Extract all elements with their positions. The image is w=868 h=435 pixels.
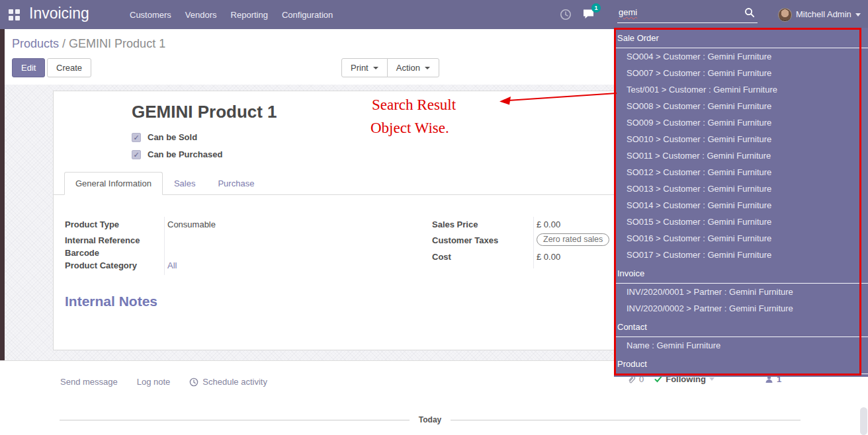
messages-chat-bubble-icon[interactable]: 1 bbox=[582, 8, 595, 22]
can-be-purchased-label: Can be Purchased bbox=[148, 149, 222, 159]
search-result-item[interactable]: SO015 > Customer : Gemini Furniture bbox=[614, 214, 868, 230]
global-search-input[interactable]: gemi bbox=[617, 5, 758, 23]
nav-menu-vendors[interactable]: Vendors bbox=[185, 10, 217, 20]
field-label-internal-reference: Internal Reference bbox=[65, 235, 140, 245]
field-label-sales-price: Sales Price bbox=[432, 219, 478, 229]
field-value-product-category-link[interactable]: All bbox=[167, 260, 177, 270]
field-value-customer-taxes: Zero rated sales bbox=[537, 233, 609, 246]
field-value-cost: £ 0.00 bbox=[537, 252, 560, 262]
search-result-item[interactable]: INV/2020/0001 > Partner : Gemini Furnitu… bbox=[614, 284, 868, 300]
action-label: Action bbox=[396, 63, 420, 73]
nav-menu-configuration[interactable]: Configuration bbox=[282, 10, 333, 20]
search-result-item[interactable]: SO017 > Customer : Gemini Furniture bbox=[614, 247, 868, 263]
field-label-product-type: Product Type bbox=[65, 219, 119, 229]
search-result-item[interactable]: SO011 > Customer : Gemini Furniture bbox=[614, 147, 868, 164]
divider-line bbox=[451, 420, 801, 420]
search-group-header: Product bbox=[614, 354, 868, 374]
field-label-barcode: Barcode bbox=[65, 248, 99, 258]
search-result-item[interactable]: SO009 > Customer : Gemini Furniture bbox=[614, 114, 868, 131]
divider-line bbox=[60, 420, 410, 420]
annotation-text-line1: Search Result bbox=[372, 97, 456, 114]
app-title[interactable]: Invoicing bbox=[29, 5, 89, 22]
can-be-purchased-row: ✓ Can be Purchased bbox=[132, 149, 222, 159]
internal-notes-heading: Internal Notes bbox=[65, 294, 157, 309]
field-value-product-type: Consumable bbox=[167, 219, 216, 229]
search-group-header: Sale Order bbox=[614, 28, 868, 48]
product-title: GEMINI Product 1 bbox=[132, 102, 277, 122]
chevron-down-icon bbox=[709, 377, 715, 381]
chatter-links: Send message Log note Schedule activity bbox=[60, 377, 267, 387]
annotation-text-line2: Object Wise. bbox=[370, 120, 449, 137]
action-button[interactable]: Action bbox=[387, 58, 439, 77]
search-group-product: Product Display Name : GEMINI Product 1 bbox=[614, 354, 868, 377]
nav-menu-customers[interactable]: Customers bbox=[130, 10, 171, 20]
search-result-item[interactable]: SO008 > Customer : Gemini Furniture bbox=[614, 98, 868, 114]
today-label: Today bbox=[419, 415, 441, 424]
print-button[interactable]: Print bbox=[341, 58, 388, 77]
search-result-item[interactable]: SO016 > Customer : Gemini Furniture bbox=[614, 230, 868, 247]
apps-grid-icon[interactable] bbox=[9, 9, 20, 20]
tab-purchase[interactable]: Purchase bbox=[206, 172, 265, 194]
breadcrumb-current: GEMINI Product 1 bbox=[69, 37, 165, 50]
user-avatar[interactable] bbox=[778, 8, 792, 22]
can-be-sold-row: ✓ Can be Sold bbox=[132, 132, 197, 142]
search-results-dropdown: Sale Order SO004 > Customer : Gemini Fur… bbox=[614, 28, 868, 377]
create-button[interactable]: Create bbox=[47, 58, 91, 77]
schedule-activity-link[interactable]: Schedule activity bbox=[189, 377, 267, 387]
search-result-item[interactable]: SO007 > Customer : Gemini Furniture bbox=[614, 65, 868, 81]
clock-icon bbox=[189, 377, 198, 387]
field-separator bbox=[164, 217, 165, 275]
breadcrumb-separator: / bbox=[62, 37, 65, 50]
field-label-customer-taxes: Customer Taxes bbox=[432, 235, 498, 245]
can-be-purchased-checkbox[interactable]: ✓ bbox=[132, 150, 141, 159]
nav-menu-reporting[interactable]: Reporting bbox=[231, 10, 268, 20]
customer-taxes-pill: Zero rated sales bbox=[537, 233, 609, 246]
today-divider: Today bbox=[60, 415, 801, 424]
schedule-activity-label: Schedule activity bbox=[202, 377, 267, 387]
breadcrumb-products-link[interactable]: Products bbox=[12, 37, 59, 50]
chevron-down-icon bbox=[425, 67, 430, 69]
magnifier-icon[interactable] bbox=[744, 7, 755, 20]
search-result-item[interactable]: SO014 > Customer : Gemini Furniture bbox=[614, 197, 868, 214]
search-group-invoice: Invoice INV/2020/0001 > Partner : Gemini… bbox=[614, 263, 868, 317]
search-result-item[interactable]: Display Name : GEMINI Product 1 bbox=[614, 374, 868, 377]
messages-badge: 1 bbox=[591, 3, 601, 13]
breadcrumb: Products / GEMINI Product 1 bbox=[12, 37, 165, 51]
field-separator bbox=[533, 217, 534, 268]
print-label: Print bbox=[351, 63, 369, 73]
print-action-group: Print Action bbox=[341, 58, 439, 77]
search-group-header: Contact bbox=[614, 317, 868, 337]
search-value: gemi bbox=[619, 7, 637, 17]
user-menu[interactable]: Mitchell Admin bbox=[796, 9, 851, 19]
field-value-sales-price: £ 0.00 bbox=[537, 219, 560, 229]
scrollbar-thumb[interactable] bbox=[860, 407, 867, 435]
send-message-link[interactable]: Send message bbox=[60, 377, 118, 387]
can-be-sold-checkbox[interactable]: ✓ bbox=[132, 133, 141, 142]
left-edge-strip bbox=[0, 29, 5, 360]
chevron-down-icon bbox=[373, 67, 378, 69]
edit-button[interactable]: Edit bbox=[12, 58, 45, 77]
search-group-header: Invoice bbox=[614, 263, 868, 284]
activities-clock-icon[interactable] bbox=[560, 9, 572, 23]
search-result-item[interactable]: Test/001 > Customer : Gemini Furniture bbox=[614, 81, 868, 98]
top-navbar: Invoicing Customers Vendors Reporting Co… bbox=[0, 0, 868, 29]
field-label-cost: Cost bbox=[432, 252, 451, 262]
search-group-sale-order: Sale Order SO004 > Customer : Gemini Fur… bbox=[614, 28, 868, 263]
search-result-item[interactable]: INV/2020/0002 > Partner : Gemini Furnitu… bbox=[614, 300, 868, 317]
nav-menus: Customers Vendors Reporting Configuratio… bbox=[130, 0, 333, 29]
search-result-item[interactable]: SO004 > Customer : Gemini Furniture bbox=[614, 48, 868, 65]
search-result-item[interactable]: Name : Gemini Furniture bbox=[614, 337, 868, 354]
screen: Invoicing Customers Vendors Reporting Co… bbox=[0, 0, 868, 435]
search-group-contact: Contact Name : Gemini Furniture bbox=[614, 317, 868, 354]
field-label-product-category: Product Category bbox=[65, 260, 137, 270]
search-result-item[interactable]: SO013 > Customer : Gemini Furniture bbox=[614, 180, 868, 197]
tab-sales[interactable]: Sales bbox=[163, 172, 207, 194]
tab-general-information[interactable]: General Information bbox=[64, 172, 163, 195]
can-be-sold-label: Can be Sold bbox=[148, 132, 197, 142]
log-note-link[interactable]: Log note bbox=[137, 377, 171, 387]
search-result-item[interactable]: SO010 > Customer : Gemini Furniture bbox=[614, 131, 868, 147]
search-result-item[interactable]: SO012 > Customer : Gemini Furniture bbox=[614, 164, 868, 180]
chevron-down-icon bbox=[855, 13, 861, 17]
